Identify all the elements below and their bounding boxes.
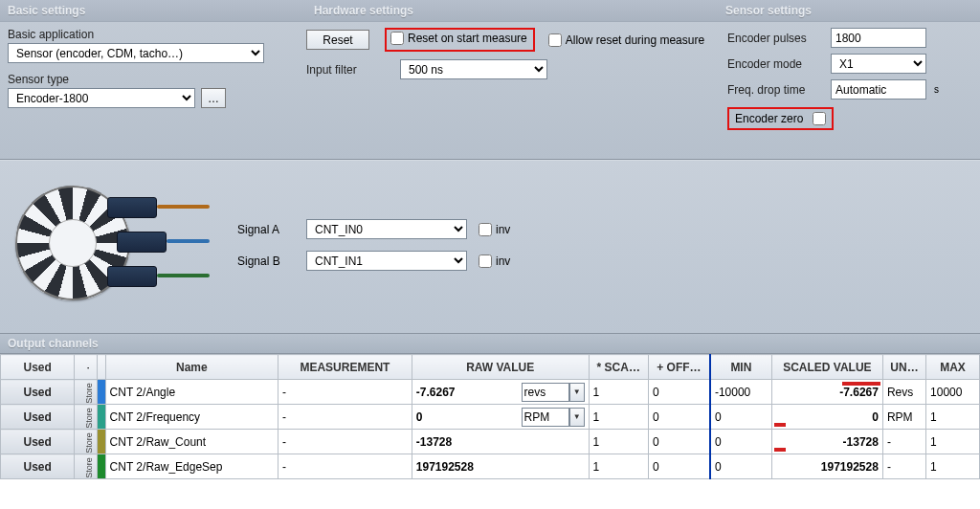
input-filter-select[interactable]: 500 ns: [400, 59, 547, 79]
signal-panel: Signal A CNT_IN0 inv Signal B CNT_IN1 in…: [0, 160, 980, 334]
sensor-block-icon: [107, 266, 157, 287]
channel-name[interactable]: CNT 2/Angle: [105, 380, 278, 405]
raw-value: 197192528: [416, 460, 474, 474]
store-toggle[interactable]: Store: [75, 405, 98, 430]
signal-b-label: Signal B: [237, 254, 295, 268]
signal-a-select[interactable]: CNT_IN0: [306, 219, 467, 239]
col-offset-header[interactable]: + OFF…: [648, 355, 709, 380]
channel-name[interactable]: CNT 2/Raw_EdgeSep: [105, 454, 278, 479]
measurement-cell[interactable]: -: [278, 380, 412, 405]
signal-a-inv-checkbox[interactable]: [479, 223, 492, 236]
color-chip[interactable]: [98, 405, 106, 430]
output-channels-header: Output channels: [0, 334, 980, 354]
signal-b-inv-label: inv: [496, 254, 510, 268]
scaled-value-cell: -7.6267: [771, 380, 882, 405]
raw-cell[interactable]: -13728: [412, 430, 589, 454]
col-measurement-header[interactable]: MEASUREMENT: [278, 355, 412, 380]
col-min-header[interactable]: MIN: [710, 355, 771, 380]
scale-cell[interactable]: 1: [589, 454, 648, 479]
col-unit-header[interactable]: UN…: [882, 355, 925, 380]
color-chip[interactable]: [98, 380, 106, 405]
table-row[interactable]: UsedStoreCNT 2/Raw_Count--13728100-13728…: [1, 430, 980, 454]
table-header-row: Used . Name MEASUREMENT RAW VALUE * SCA……: [1, 355, 980, 380]
raw-unit-input[interactable]: [522, 408, 569, 427]
measurement-cell[interactable]: -: [278, 430, 412, 454]
used-toggle[interactable]: Used: [1, 380, 75, 405]
basic-app-label: Basic application: [8, 28, 306, 41]
table-row[interactable]: UsedStoreCNT 2/Raw_EdgeSep-1971925281001…: [1, 454, 980, 479]
encoder-pulses-input[interactable]: [831, 28, 926, 48]
basic-app-select[interactable]: Sensor (encoder, CDM, tacho…): [8, 43, 264, 63]
table-row[interactable]: UsedStoreCNT 2/Angle--7.6267 ▼ 10-10000-…: [1, 380, 980, 405]
unit-cell[interactable]: -: [882, 430, 925, 454]
offset-cell[interactable]: 0: [648, 380, 709, 405]
encoder-zero-highlight: Encoder zero: [727, 107, 834, 130]
measurement-cell[interactable]: -: [278, 454, 412, 479]
color-chip[interactable]: [98, 430, 106, 454]
chevron-down-icon[interactable]: ▼: [569, 408, 585, 427]
header-hardware: Hardware settings: [306, 0, 718, 21]
wire-icon: [157, 205, 210, 209]
chevron-down-icon[interactable]: ▼: [569, 383, 585, 402]
scale-cell[interactable]: 1: [589, 380, 648, 405]
reset-on-start-checkbox[interactable]: [390, 32, 404, 45]
encoder-mode-select[interactable]: X1: [831, 54, 926, 74]
min-cell[interactable]: -10000: [710, 380, 771, 405]
encoder-mode-label: Encoder mode: [727, 57, 823, 71]
raw-cell[interactable]: 197192528: [412, 454, 589, 479]
col-color-header[interactable]: [98, 355, 106, 380]
unit-cell[interactable]: -: [882, 454, 925, 479]
encoder-zero-label: Encoder zero: [735, 112, 803, 125]
col-max-header[interactable]: MAX: [926, 355, 980, 380]
unit-cell[interactable]: Revs: [882, 380, 925, 405]
max-cell[interactable]: 1: [926, 430, 980, 454]
unit-cell[interactable]: RPM: [882, 405, 925, 430]
min-cell[interactable]: 0: [710, 430, 771, 454]
sensor-type-label: Sensor type: [8, 73, 306, 86]
max-cell[interactable]: 1: [926, 454, 980, 479]
scale-cell[interactable]: 1: [589, 405, 648, 430]
measurement-cell[interactable]: -: [278, 405, 412, 430]
sensor-type-select[interactable]: Encoder-1800: [8, 88, 195, 108]
col-store-header[interactable]: .: [75, 355, 98, 380]
offset-cell[interactable]: 0: [648, 430, 709, 454]
section-headers: Basic settings Hardware settings Sensor …: [0, 0, 980, 22]
store-toggle[interactable]: Store: [75, 380, 98, 405]
freq-drop-input[interactable]: [831, 79, 926, 100]
channel-name[interactable]: CNT 2/Frequency: [105, 405, 278, 430]
min-cell[interactable]: 0: [710, 405, 771, 430]
max-cell[interactable]: 10000: [926, 380, 980, 405]
allow-reset-checkbox[interactable]: [548, 33, 562, 47]
scale-cell[interactable]: 1: [589, 430, 648, 454]
max-cell[interactable]: 1: [926, 405, 980, 430]
store-toggle[interactable]: Store: [75, 430, 98, 454]
sensor-type-browse-button[interactable]: …: [201, 88, 226, 108]
used-toggle[interactable]: Used: [1, 430, 75, 454]
output-channels-table: Used . Name MEASUREMENT RAW VALUE * SCA……: [0, 354, 980, 479]
raw-cell[interactable]: 0 ▼: [412, 405, 589, 430]
col-used-header[interactable]: Used: [1, 355, 75, 380]
col-scale-header[interactable]: * SCA…: [589, 355, 648, 380]
raw-cell[interactable]: -7.6267 ▼: [412, 380, 589, 405]
offset-cell[interactable]: 0: [648, 454, 709, 479]
encoder-illustration: [8, 178, 209, 312]
wire-icon: [157, 274, 210, 277]
used-toggle[interactable]: Used: [1, 405, 75, 430]
signal-b-inv-checkbox[interactable]: [479, 254, 492, 268]
col-raw-header[interactable]: RAW VALUE: [412, 355, 589, 380]
col-scaled-header[interactable]: SCALED VALUE: [771, 355, 882, 380]
store-toggle[interactable]: Store: [75, 454, 98, 479]
scaled-value-cell: 0: [771, 405, 882, 430]
header-sensor: Sensor settings: [718, 0, 980, 21]
encoder-zero-checkbox[interactable]: [813, 112, 826, 125]
used-toggle[interactable]: Used: [1, 454, 75, 479]
offset-cell[interactable]: 0: [648, 405, 709, 430]
raw-unit-input[interactable]: [522, 383, 569, 402]
col-name-header[interactable]: Name: [105, 355, 278, 380]
table-row[interactable]: UsedStoreCNT 2/Frequency-0 ▼ 1000RPM1: [1, 405, 980, 430]
signal-b-select[interactable]: CNT_IN1: [306, 251, 467, 271]
reset-button[interactable]: Reset: [306, 30, 369, 50]
channel-name[interactable]: CNT 2/Raw_Count: [105, 430, 278, 454]
min-cell[interactable]: 0: [710, 454, 771, 479]
color-chip[interactable]: [98, 454, 106, 479]
